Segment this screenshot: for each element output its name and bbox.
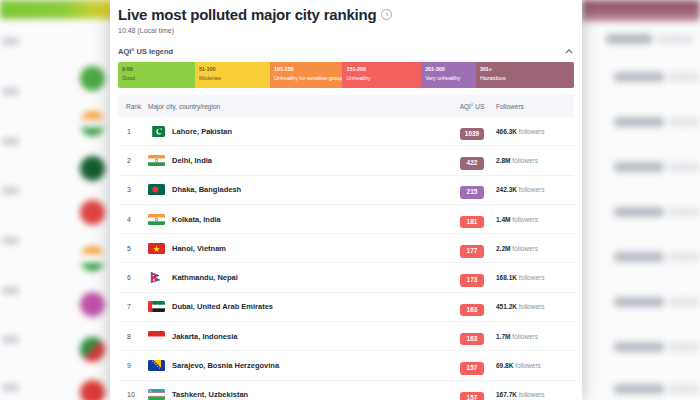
legend-range: 101-150 [274,65,338,74]
legend-label: Very unhealthy [425,74,472,83]
legend-segment: 101-150Unhealthy for sensitive groups [270,62,342,88]
table-row[interactable]: 5Hanoi, Vietnam1772.2M followers [118,234,574,263]
aqi-badge: 157 [460,362,484,375]
blurred-text-bar [614,162,664,172]
followers-cell: 2.8M followers [496,157,574,164]
followers-suffix: followers [512,333,538,340]
blurred-nav-item [2,187,19,194]
table-row[interactable]: 7Dubai, United Arab Emirates163451.2K fo… [118,293,574,322]
followers-suffix: followers [519,128,545,135]
indonesia-flag [148,331,165,342]
blurred-text-bar [656,34,694,44]
legend-segment: 201-300Very unhealthy [421,62,476,88]
blurred-text-bar [614,342,664,352]
legend-label: Moderate [199,74,266,83]
followers-count: 167.7K [496,391,517,398]
aqi-badge: 163 [460,333,484,346]
legend-segment: 51-100Moderate [195,62,270,88]
blurred-text-bar [614,72,664,82]
followers-count: 168.1K [496,274,517,281]
blurred-flag-circle [80,111,105,136]
blurred-flag-circle [80,380,105,400]
legend-range: 301+ [480,65,570,74]
city-label: Jakarta, Indonesia [172,332,237,341]
nepal-flag [148,272,165,283]
panel-header: Live most polluted major city ranking i [118,4,574,24]
city-label: Tashkent, Uzbekistan [172,390,248,399]
city-label: Delhi, India [172,156,212,165]
blurred-header-bar-right [582,0,700,22]
rank-cell: 4 [118,216,148,223]
legend-label: Unhealthy [346,74,417,83]
blurred-nav-item [2,138,19,145]
followers-suffix: followers [519,186,545,193]
rank-cell: 5 [118,245,148,252]
legend-segment: 151-200Unhealthy [342,62,421,88]
blurred-flag-circle [80,246,105,271]
table-row[interactable]: 6Kathmandu, Nepal173168.1K followers [118,263,574,292]
info-icon[interactable]: i [381,9,392,20]
blurred-nav-item [2,38,19,45]
blurred-text-bar [668,162,700,172]
followers-suffix: followers [515,362,541,369]
blurred-text-bar [614,117,664,127]
aqi-legend-bar: 0-50Good51-100Moderate101-150Unhealthy f… [118,62,574,88]
blurred-flag-circle [80,156,105,181]
column-followers: Followers [496,103,574,110]
city-label: Kolkata, India [172,215,221,224]
table-header: Rank Major city, country/region AQI° US … [118,95,574,117]
table-row[interactable]: 10Tashkent, Uzbekistan157167.7K follower… [118,381,574,400]
table-row[interactable]: 4Kolkata, India1811.4M followers [118,205,574,234]
page-title: Live most polluted major city ranking [118,6,376,23]
rank-cell: 3 [118,186,148,193]
column-aqi: AQI° US [448,103,496,110]
legend-range: 0-50 [122,65,191,74]
blurred-text-bar [668,384,700,394]
followers-cell: 69.8K followers [496,362,574,369]
legend-label: Hazardous [480,74,570,83]
city-label: Kathmandu, Nepal [172,273,238,282]
followers-cell: 242.3K followers [496,186,574,193]
legend-label: Unhealthy for sensitive groups [274,74,338,83]
followers-count: 466.3K [496,128,517,135]
followers-count: 2.2M [496,245,510,252]
india-flag [148,214,165,225]
legend-range: 151-200 [346,65,417,74]
table-row[interactable]: 1Lahore, Pakistan1039466.3K followers [118,117,574,146]
blurred-legend-bar-left [0,0,114,19]
followers-count: 1.4M [496,216,510,223]
blurred-nav-item [2,384,19,391]
table-row[interactable]: 9Sarajevo, Bosnia Herzegovina15769.8K fo… [118,351,574,380]
followers-count: 451.2K [496,303,517,310]
chevron-up-icon[interactable] [564,47,574,55]
india-flag [148,155,165,166]
legend-title: AQI° US legend [118,47,173,56]
aqi-badge: 173 [460,274,484,287]
blurred-flag-circle [80,337,105,362]
blurred-nav-item [2,336,19,343]
blurred-text-bar [668,72,700,82]
blurred-text-bar [668,252,700,262]
blurred-text-bar [668,297,700,307]
followers-cell: 168.1K followers [496,274,574,281]
city-label: Dubai, United Arab Emirates [172,302,273,311]
followers-count: 242.3K [496,186,517,193]
followers-count: 69.8K [496,362,513,369]
blurred-text-bar [614,297,664,307]
legend-label: Good [122,74,191,83]
ranking-table-body: 1Lahore, Pakistan1039466.3K followers2De… [118,117,574,400]
uae-flag [148,301,165,312]
table-row[interactable]: 2Delhi, India4222.8M followers [118,146,574,175]
followers-suffix: followers [512,216,538,223]
aqi-badge: 181 [460,216,484,229]
blurred-nav-item [2,237,19,244]
column-rank: Rank [118,103,148,110]
table-row[interactable]: 8Jakarta, Indonesia1631.7M followers [118,322,574,351]
screen: Live most polluted major city ranking i … [0,0,700,400]
blurred-text-bar [614,207,664,217]
rank-cell: 2 [118,157,148,164]
table-row[interactable]: 3Dhaka, Bangladesh215242.3K followers [118,176,574,205]
blurred-text-bar [668,117,700,127]
rank-cell: 8 [118,333,148,340]
pakistan-flag [148,126,165,137]
